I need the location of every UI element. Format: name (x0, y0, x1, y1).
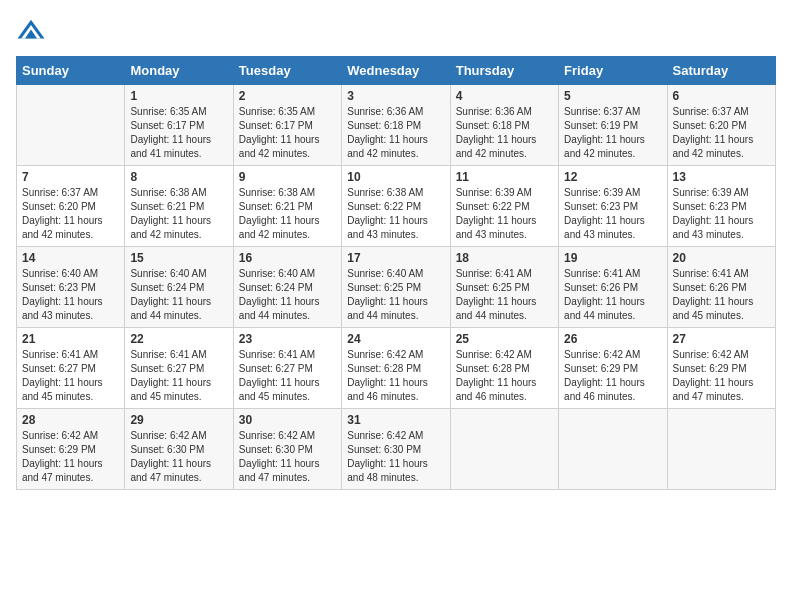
day-number: 11 (456, 170, 553, 184)
day-number: 2 (239, 89, 336, 103)
cell-content: Sunrise: 6:42 AM Sunset: 6:28 PM Dayligh… (347, 348, 444, 404)
day-number: 22 (130, 332, 227, 346)
cell-content: Sunrise: 6:37 AM Sunset: 6:20 PM Dayligh… (673, 105, 770, 161)
logo-icon (16, 16, 46, 46)
day-number: 7 (22, 170, 119, 184)
cell-content: Sunrise: 6:41 AM Sunset: 6:27 PM Dayligh… (239, 348, 336, 404)
day-number: 20 (673, 251, 770, 265)
calendar-week-row: 7Sunrise: 6:37 AM Sunset: 6:20 PM Daylig… (17, 166, 776, 247)
cell-content: Sunrise: 6:39 AM Sunset: 6:23 PM Dayligh… (564, 186, 661, 242)
logo (16, 16, 48, 46)
cell-content: Sunrise: 6:42 AM Sunset: 6:29 PM Dayligh… (22, 429, 119, 485)
day-number: 12 (564, 170, 661, 184)
cell-content: Sunrise: 6:41 AM Sunset: 6:26 PM Dayligh… (564, 267, 661, 323)
calendar-cell: 1Sunrise: 6:35 AM Sunset: 6:17 PM Daylig… (125, 85, 233, 166)
calendar-cell: 13Sunrise: 6:39 AM Sunset: 6:23 PM Dayli… (667, 166, 775, 247)
col-header-thursday: Thursday (450, 57, 558, 85)
cell-content: Sunrise: 6:41 AM Sunset: 6:26 PM Dayligh… (673, 267, 770, 323)
calendar-cell: 30Sunrise: 6:42 AM Sunset: 6:30 PM Dayli… (233, 409, 341, 490)
calendar-cell: 11Sunrise: 6:39 AM Sunset: 6:22 PM Dayli… (450, 166, 558, 247)
col-header-monday: Monday (125, 57, 233, 85)
cell-content: Sunrise: 6:35 AM Sunset: 6:17 PM Dayligh… (239, 105, 336, 161)
calendar-table: SundayMondayTuesdayWednesdayThursdayFrid… (16, 56, 776, 490)
day-number: 16 (239, 251, 336, 265)
day-number: 6 (673, 89, 770, 103)
calendar-cell: 27Sunrise: 6:42 AM Sunset: 6:29 PM Dayli… (667, 328, 775, 409)
calendar-cell: 29Sunrise: 6:42 AM Sunset: 6:30 PM Dayli… (125, 409, 233, 490)
day-number: 18 (456, 251, 553, 265)
calendar-cell: 9Sunrise: 6:38 AM Sunset: 6:21 PM Daylig… (233, 166, 341, 247)
day-number: 14 (22, 251, 119, 265)
cell-content: Sunrise: 6:42 AM Sunset: 6:30 PM Dayligh… (347, 429, 444, 485)
day-number: 26 (564, 332, 661, 346)
calendar-cell: 18Sunrise: 6:41 AM Sunset: 6:25 PM Dayli… (450, 247, 558, 328)
cell-content: Sunrise: 6:41 AM Sunset: 6:27 PM Dayligh… (22, 348, 119, 404)
calendar-cell: 15Sunrise: 6:40 AM Sunset: 6:24 PM Dayli… (125, 247, 233, 328)
calendar-cell: 2Sunrise: 6:35 AM Sunset: 6:17 PM Daylig… (233, 85, 341, 166)
calendar-week-row: 14Sunrise: 6:40 AM Sunset: 6:23 PM Dayli… (17, 247, 776, 328)
cell-content: Sunrise: 6:42 AM Sunset: 6:30 PM Dayligh… (239, 429, 336, 485)
calendar-cell: 3Sunrise: 6:36 AM Sunset: 6:18 PM Daylig… (342, 85, 450, 166)
calendar-cell: 20Sunrise: 6:41 AM Sunset: 6:26 PM Dayli… (667, 247, 775, 328)
calendar-cell: 6Sunrise: 6:37 AM Sunset: 6:20 PM Daylig… (667, 85, 775, 166)
col-header-saturday: Saturday (667, 57, 775, 85)
calendar-cell (667, 409, 775, 490)
day-number: 27 (673, 332, 770, 346)
calendar-cell: 23Sunrise: 6:41 AM Sunset: 6:27 PM Dayli… (233, 328, 341, 409)
calendar-cell: 17Sunrise: 6:40 AM Sunset: 6:25 PM Dayli… (342, 247, 450, 328)
calendar-cell: 5Sunrise: 6:37 AM Sunset: 6:19 PM Daylig… (559, 85, 667, 166)
cell-content: Sunrise: 6:40 AM Sunset: 6:23 PM Dayligh… (22, 267, 119, 323)
cell-content: Sunrise: 6:42 AM Sunset: 6:28 PM Dayligh… (456, 348, 553, 404)
calendar-cell: 12Sunrise: 6:39 AM Sunset: 6:23 PM Dayli… (559, 166, 667, 247)
day-number: 10 (347, 170, 444, 184)
calendar-cell: 22Sunrise: 6:41 AM Sunset: 6:27 PM Dayli… (125, 328, 233, 409)
calendar-cell: 4Sunrise: 6:36 AM Sunset: 6:18 PM Daylig… (450, 85, 558, 166)
cell-content: Sunrise: 6:36 AM Sunset: 6:18 PM Dayligh… (347, 105, 444, 161)
day-number: 17 (347, 251, 444, 265)
calendar-cell: 7Sunrise: 6:37 AM Sunset: 6:20 PM Daylig… (17, 166, 125, 247)
cell-content: Sunrise: 6:40 AM Sunset: 6:24 PM Dayligh… (130, 267, 227, 323)
calendar-cell: 25Sunrise: 6:42 AM Sunset: 6:28 PM Dayli… (450, 328, 558, 409)
day-number: 8 (130, 170, 227, 184)
day-number: 19 (564, 251, 661, 265)
day-number: 3 (347, 89, 444, 103)
calendar-cell: 21Sunrise: 6:41 AM Sunset: 6:27 PM Dayli… (17, 328, 125, 409)
cell-content: Sunrise: 6:41 AM Sunset: 6:25 PM Dayligh… (456, 267, 553, 323)
calendar-cell: 31Sunrise: 6:42 AM Sunset: 6:30 PM Dayli… (342, 409, 450, 490)
calendar-cell: 16Sunrise: 6:40 AM Sunset: 6:24 PM Dayli… (233, 247, 341, 328)
day-number: 29 (130, 413, 227, 427)
calendar-week-row: 28Sunrise: 6:42 AM Sunset: 6:29 PM Dayli… (17, 409, 776, 490)
cell-content: Sunrise: 6:40 AM Sunset: 6:24 PM Dayligh… (239, 267, 336, 323)
day-number: 31 (347, 413, 444, 427)
day-number: 9 (239, 170, 336, 184)
cell-content: Sunrise: 6:38 AM Sunset: 6:22 PM Dayligh… (347, 186, 444, 242)
calendar-cell: 19Sunrise: 6:41 AM Sunset: 6:26 PM Dayli… (559, 247, 667, 328)
day-number: 1 (130, 89, 227, 103)
cell-content: Sunrise: 6:40 AM Sunset: 6:25 PM Dayligh… (347, 267, 444, 323)
cell-content: Sunrise: 6:36 AM Sunset: 6:18 PM Dayligh… (456, 105, 553, 161)
day-number: 23 (239, 332, 336, 346)
calendar-cell (450, 409, 558, 490)
col-header-friday: Friday (559, 57, 667, 85)
cell-content: Sunrise: 6:38 AM Sunset: 6:21 PM Dayligh… (239, 186, 336, 242)
cell-content: Sunrise: 6:37 AM Sunset: 6:20 PM Dayligh… (22, 186, 119, 242)
cell-content: Sunrise: 6:42 AM Sunset: 6:29 PM Dayligh… (564, 348, 661, 404)
day-number: 13 (673, 170, 770, 184)
cell-content: Sunrise: 6:42 AM Sunset: 6:30 PM Dayligh… (130, 429, 227, 485)
day-number: 30 (239, 413, 336, 427)
day-number: 4 (456, 89, 553, 103)
day-number: 25 (456, 332, 553, 346)
calendar-cell: 10Sunrise: 6:38 AM Sunset: 6:22 PM Dayli… (342, 166, 450, 247)
cell-content: Sunrise: 6:35 AM Sunset: 6:17 PM Dayligh… (130, 105, 227, 161)
page-header (16, 16, 776, 46)
day-number: 15 (130, 251, 227, 265)
day-number: 24 (347, 332, 444, 346)
calendar-cell: 24Sunrise: 6:42 AM Sunset: 6:28 PM Dayli… (342, 328, 450, 409)
day-number: 21 (22, 332, 119, 346)
cell-content: Sunrise: 6:39 AM Sunset: 6:22 PM Dayligh… (456, 186, 553, 242)
calendar-cell: 8Sunrise: 6:38 AM Sunset: 6:21 PM Daylig… (125, 166, 233, 247)
calendar-week-row: 1Sunrise: 6:35 AM Sunset: 6:17 PM Daylig… (17, 85, 776, 166)
col-header-tuesday: Tuesday (233, 57, 341, 85)
calendar-week-row: 21Sunrise: 6:41 AM Sunset: 6:27 PM Dayli… (17, 328, 776, 409)
cell-content: Sunrise: 6:39 AM Sunset: 6:23 PM Dayligh… (673, 186, 770, 242)
